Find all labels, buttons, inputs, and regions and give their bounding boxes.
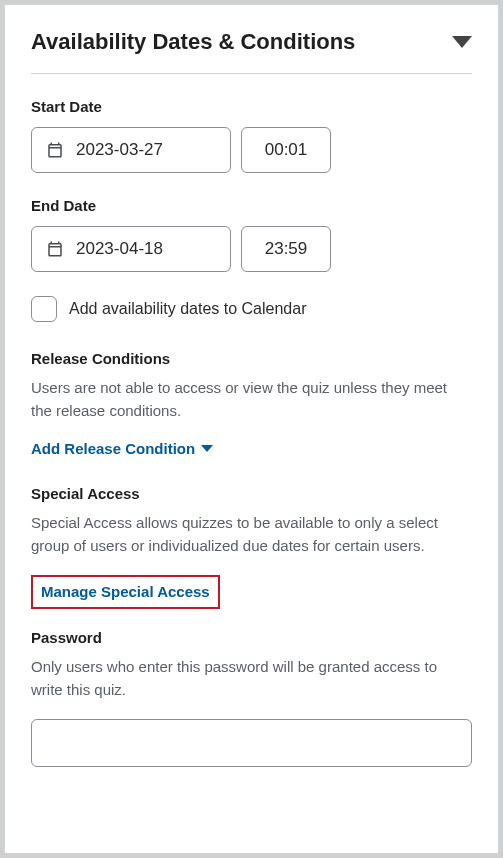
calendar-checkbox[interactable]	[31, 296, 57, 322]
manage-special-access-button[interactable]: Manage Special Access	[41, 583, 210, 600]
password-desc: Only users who enter this password will …	[31, 656, 472, 701]
chevron-down-icon	[201, 445, 213, 452]
calendar-icon	[46, 141, 64, 159]
start-time-input[interactable]: 00:01	[241, 127, 331, 173]
end-time-value: 23:59	[265, 239, 308, 259]
end-date-value: 2023-04-18	[76, 239, 163, 259]
divider	[31, 73, 472, 74]
end-time-input[interactable]: 23:59	[241, 226, 331, 272]
calendar-checkbox-label: Add availability dates to Calendar	[69, 300, 306, 318]
add-release-condition-button[interactable]: Add Release Condition	[31, 440, 213, 457]
panel-header: Availability Dates & Conditions	[31, 29, 472, 55]
calendar-icon	[46, 240, 64, 258]
collapse-icon[interactable]	[452, 36, 472, 48]
start-date-label: Start Date	[31, 98, 472, 115]
start-date-row: 2023-03-27 00:01	[31, 127, 472, 173]
start-date-input[interactable]: 2023-03-27	[31, 127, 231, 173]
end-date-row: 2023-04-18 23:59	[31, 226, 472, 272]
start-time-value: 00:01	[265, 140, 308, 160]
special-access-heading: Special Access	[31, 485, 472, 502]
add-release-condition-label: Add Release Condition	[31, 440, 195, 457]
special-access-desc: Special Access allows quizzes to be avai…	[31, 512, 472, 557]
release-conditions-desc: Users are not able to access or view the…	[31, 377, 472, 422]
availability-panel: Availability Dates & Conditions Start Da…	[4, 4, 499, 854]
start-date-value: 2023-03-27	[76, 140, 163, 160]
release-conditions-heading: Release Conditions	[31, 350, 472, 367]
highlight-box: Manage Special Access	[31, 575, 220, 609]
calendar-checkbox-row: Add availability dates to Calendar	[31, 296, 472, 322]
panel-title: Availability Dates & Conditions	[31, 29, 355, 55]
end-date-input[interactable]: 2023-04-18	[31, 226, 231, 272]
password-heading: Password	[31, 629, 472, 646]
manage-special-access-label: Manage Special Access	[41, 583, 210, 600]
password-input[interactable]	[31, 719, 472, 767]
end-date-label: End Date	[31, 197, 472, 214]
